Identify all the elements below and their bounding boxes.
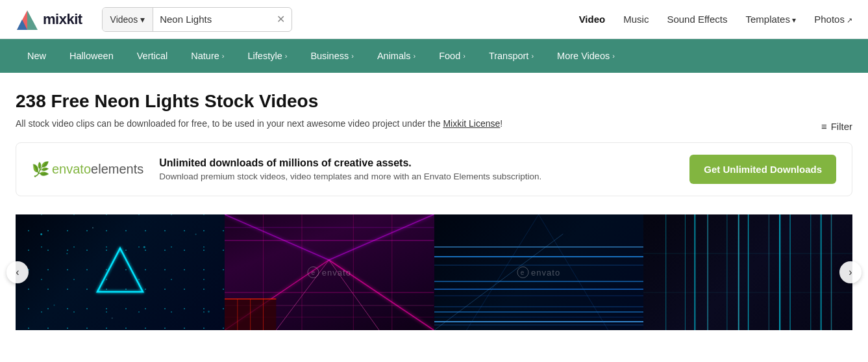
search-type-button[interactable]: Videos ▾ — [103, 8, 154, 31]
carousel-prev-button[interactable]: ‹ — [6, 261, 29, 283]
envato-banner: 🌿 envato elements Unlimited downloads of… — [16, 142, 852, 196]
envato-brand-elements: elements — [91, 162, 143, 177]
svg-point-12 — [112, 317, 113, 318]
category-more-label: More Videos — [557, 51, 610, 61]
nav-photos[interactable]: Photos — [814, 14, 852, 25]
logo[interactable]: mixkit — [16, 8, 82, 31]
category-vertical-label: Vertical — [137, 51, 168, 61]
envato-headline: Unlimited downloads of millions of creat… — [159, 157, 674, 169]
main-content: 238 Free Neon Lights Stock Videos All st… — [0, 73, 868, 343]
svg-line-20 — [225, 214, 329, 260]
chevron-right-icon: › — [222, 52, 225, 60]
license-link[interactable]: Mixkit License — [443, 118, 500, 129]
chevron-down-icon: ▾ — [140, 14, 145, 25]
envato-logo: 🌿 envato elements — [32, 161, 143, 178]
svg-line-15 — [277, 260, 329, 330]
category-new[interactable]: New — [16, 39, 58, 73]
category-food[interactable]: Food › — [427, 39, 477, 73]
search-bar: Videos ▾ ✕ — [102, 7, 293, 32]
header: mixkit Videos ▾ ✕ Video Music Sound Effe… — [0, 0, 868, 39]
svg-point-5 — [40, 233, 42, 235]
envato-copy: Unlimited downloads of millions of creat… — [159, 157, 674, 181]
category-halloween[interactable]: Halloween — [58, 39, 125, 73]
search-input[interactable] — [153, 14, 270, 25]
video-card-3[interactable]: e envato — [434, 214, 643, 330]
search-clear-button[interactable]: ✕ — [270, 13, 291, 25]
envato-leaf-icon: 🌿 — [32, 161, 49, 178]
chevron-right-icon: › — [285, 52, 288, 60]
category-new-label: New — [27, 51, 46, 61]
svg-point-9 — [195, 234, 197, 235]
category-animals-label: Animals — [377, 51, 411, 61]
envato-cta-label: Get Unlimited Downloads — [704, 164, 822, 175]
category-transport-label: Transport — [489, 51, 529, 61]
header-nav: Video Music Sound Effects Templates Phot… — [579, 14, 852, 25]
svg-line-16 — [329, 260, 379, 330]
svg-line-49 — [434, 234, 563, 330]
category-halloween-label: Halloween — [69, 51, 114, 61]
nav-music[interactable]: Music — [623, 14, 649, 25]
svg-point-11 — [208, 311, 210, 313]
search-type-label: Videos — [110, 14, 138, 25]
chevron-right-icon: › — [531, 52, 534, 60]
chevron-right-icon: › — [612, 52, 615, 60]
category-lifestyle[interactable]: Lifestyle › — [236, 39, 299, 73]
envato-description: Download premium stock videos, video tem… — [159, 172, 674, 181]
category-transport[interactable]: Transport › — [477, 39, 545, 73]
category-business[interactable]: Business › — [299, 39, 366, 73]
filter-button[interactable]: ≡ Filter — [821, 121, 852, 132]
filter-label: Filter — [831, 121, 852, 132]
logo-text: mixkit — [43, 11, 82, 28]
envato-brand-envato: envato — [52, 162, 91, 177]
video-card-2[interactable]: e envato — [225, 214, 434, 330]
svg-point-7 — [92, 227, 93, 229]
category-nature[interactable]: Nature › — [179, 39, 236, 73]
category-vertical[interactable]: Vertical — [125, 39, 180, 73]
category-business-label: Business — [310, 51, 349, 61]
svg-point-6 — [66, 253, 68, 254]
category-nature-label: Nature — [191, 51, 219, 61]
nav-sound-effects[interactable]: Sound Effects — [667, 14, 727, 25]
nav-video[interactable]: Video — [579, 14, 606, 25]
chevron-right-icon: › — [463, 52, 465, 60]
filter-icon: ≡ — [821, 121, 827, 132]
page-title: 238 Free Neon Lights Stock Videos — [16, 91, 852, 112]
video-card-1[interactable] — [16, 214, 225, 330]
svg-point-8 — [143, 246, 145, 248]
category-food-label: Food — [439, 51, 460, 61]
carousel-next-button[interactable]: › — [839, 261, 862, 283]
video-grid: ‹ — [16, 214, 852, 330]
video-card-4[interactable] — [643, 214, 852, 330]
envato-cta-button[interactable]: Get Unlimited Downloads — [689, 155, 836, 184]
svg-point-10 — [54, 305, 55, 306]
chevron-right-icon: › — [351, 52, 354, 60]
category-lifestyle-label: Lifestyle — [248, 51, 282, 61]
chevron-right-icon: › — [413, 52, 415, 60]
svg-line-21 — [329, 214, 434, 260]
nav-templates[interactable]: Templates — [746, 14, 797, 25]
svg-line-14 — [329, 260, 434, 330]
category-more-videos[interactable]: More Videos › — [545, 39, 626, 73]
category-animals[interactable]: Animals › — [366, 39, 427, 73]
category-bar: New Halloween Vertical Nature › Lifestyl… — [0, 39, 868, 73]
